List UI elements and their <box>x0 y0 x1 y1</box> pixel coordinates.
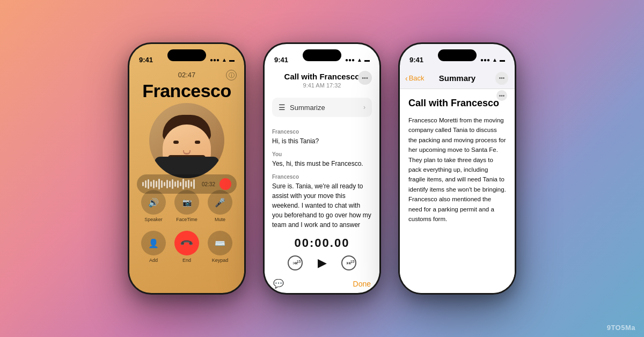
signal-icon-3: ●●● <box>480 57 490 63</box>
status-icons-3: ●●● ▲ ▬ <box>480 57 505 63</box>
transcript-text-1: Hi, is this Tania? <box>272 136 372 146</box>
keypad-icon: ⌨️ <box>215 238 225 248</box>
facetime-button[interactable]: 📷 FaceTime <box>174 190 199 222</box>
status-icons-2: ●●● ▲ ▬ <box>345 57 370 63</box>
battery-icon-3: ▬ <box>500 57 505 63</box>
wave-line <box>172 179 173 189</box>
memoji-eye-right <box>195 141 200 144</box>
controls-row-2: 👤 Add 📞 End ⌨️ Keypad <box>137 231 237 263</box>
wave-line <box>185 181 187 187</box>
wave-time: 02:32 <box>202 181 215 187</box>
mute-circle: 🎤 <box>208 190 232 215</box>
transcript-speaker-2: You <box>272 151 372 157</box>
signal-icon: ●●● <box>210 57 219 63</box>
wave-line <box>150 181 152 187</box>
end-label: End <box>182 258 191 263</box>
wave-line <box>177 180 179 188</box>
summarize-row[interactable]: ☰ Summarize › <box>272 98 372 117</box>
watermark: 9TO5Ma <box>607 324 635 332</box>
memoji-circle <box>149 103 224 178</box>
summarize-icon: ☰ <box>279 103 286 112</box>
playback-time: 00:00.00 <box>295 236 350 250</box>
skip-back-icon: ⏮15 <box>293 260 298 266</box>
transcript-speaker-3: Francesco <box>272 174 372 180</box>
wave-line <box>169 181 171 187</box>
add-circle: 👤 <box>141 231 166 255</box>
wifi-icon-2: ▲ <box>357 57 362 63</box>
playback-controls: ⏮15 ▶ ⏭15 <box>288 254 356 272</box>
back-label: Back <box>409 74 425 82</box>
add-label: Add <box>149 258 158 263</box>
playback-area: 00:00.00 ⏮15 ▶ ⏭15 <box>265 236 379 272</box>
keypad-label: Keypad <box>212 258 229 263</box>
wave-line <box>166 180 168 188</box>
battery-icon-2: ▬ <box>364 57 370 63</box>
wave-line <box>145 180 147 188</box>
status-time-2: 9:41 <box>274 56 288 64</box>
phone2-subtitle: 9:41 AM 17:32 <box>273 82 371 89</box>
info-icon[interactable]: ⓘ <box>226 70 237 80</box>
transcript-area: Francesco Hi, is this Tania? You Yes, hi… <box>272 123 372 229</box>
more-button-2[interactable]: ••• <box>358 71 372 85</box>
keypad-button[interactable]: ⌨️ Keypad <box>208 231 232 263</box>
transcript-item-3: Francesco Sure is. Tania, we're all read… <box>272 174 372 229</box>
signal-icon-2: ●●● <box>345 57 355 63</box>
info-icon-3[interactable]: ••• <box>496 90 507 101</box>
mute-icon: 🎤 <box>215 197 225 208</box>
call-controls: 🔊 Speaker 📷 FaceTime 🎤 Mute <box>137 190 237 272</box>
end-circle: 📞 <box>174 231 199 255</box>
wave-line <box>182 179 184 189</box>
more-button-3[interactable]: ••• <box>495 72 508 85</box>
summarize-label: Summarize <box>290 104 325 112</box>
transcript-item-1: Francesco Hi, is this Tania? <box>272 129 372 146</box>
end-call-button[interactable]: 📞 End <box>174 231 199 263</box>
wave-line <box>161 180 163 188</box>
memoji-nose <box>183 150 191 155</box>
summary-text: Francesco Moretti from the moving compan… <box>408 115 506 224</box>
add-button[interactable]: 👤 Add <box>141 231 166 263</box>
back-button[interactable]: ‹ Back <box>405 74 425 83</box>
wave-line <box>156 181 157 187</box>
facetime-icon: 📷 <box>182 198 192 207</box>
status-time-3: 9:41 <box>409 56 423 64</box>
wave-line <box>174 181 176 187</box>
facetime-circle: 📷 <box>174 190 199 215</box>
mute-button[interactable]: 🎤 Mute <box>208 190 232 222</box>
transcript-text-3: Sure is. Tania, we're all ready to assis… <box>272 181 372 229</box>
status-time-1: 9:41 <box>139 56 153 64</box>
controls-row-1: 🔊 Speaker 📷 FaceTime 🎤 Mute <box>137 190 237 222</box>
end-call-icon: 📞 <box>179 236 194 251</box>
dynamic-island-3 <box>438 49 477 61</box>
wave-line <box>142 182 144 186</box>
record-button[interactable] <box>219 178 231 190</box>
done-button[interactable]: Done <box>353 280 371 288</box>
facetime-label: FaceTime <box>176 217 197 222</box>
dynamic-island-2 <box>303 49 341 61</box>
wave-line <box>158 179 160 189</box>
phone3-content: Call with Francesco Francesco Moretti fr… <box>400 89 515 293</box>
keypad-circle: ⌨️ <box>208 231 232 255</box>
wave-line <box>164 182 165 186</box>
memoji-eye-left <box>173 141 179 144</box>
chevron-right-icon: › <box>363 104 365 111</box>
transcript-speaker-1: Francesco <box>272 129 372 135</box>
dynamic-island <box>167 49 206 61</box>
more-icon-3: ••• <box>499 75 505 81</box>
add-icon: 👤 <box>148 238 159 248</box>
phone2-bottom: 💬 Done <box>265 279 379 289</box>
speaker-button[interactable]: 🔊 Speaker <box>141 190 166 222</box>
play-button[interactable]: ▶ <box>313 254 331 272</box>
wave-line <box>153 180 155 188</box>
skip-back-button[interactable]: ⏮15 <box>288 255 303 270</box>
summary-call-title: Call with Francesco <box>408 98 506 109</box>
phone-transcript: 9:41 ●●● ▲ ▬ Call with Francesco 9:41 AM… <box>263 42 381 295</box>
wifi-icon-3: ▲ <box>492 57 497 63</box>
skip-forward-button[interactable]: ⏭15 <box>341 255 356 270</box>
speaker-icon: 🔊 <box>148 197 159 208</box>
phone-summary: 9:41 ●●● ▲ ▬ ‹ Back Summary ••• Call wit… <box>398 42 516 295</box>
speaker-circle: 🔊 <box>141 190 166 215</box>
skip-forward-icon: ⏭15 <box>347 260 352 266</box>
transcript-item-2: You Yes, hi, this must be Francesco. <box>272 151 372 169</box>
transcript-text-2: Yes, hi, this must be Francesco. <box>272 159 372 169</box>
chat-icon: 💬 <box>273 279 284 289</box>
